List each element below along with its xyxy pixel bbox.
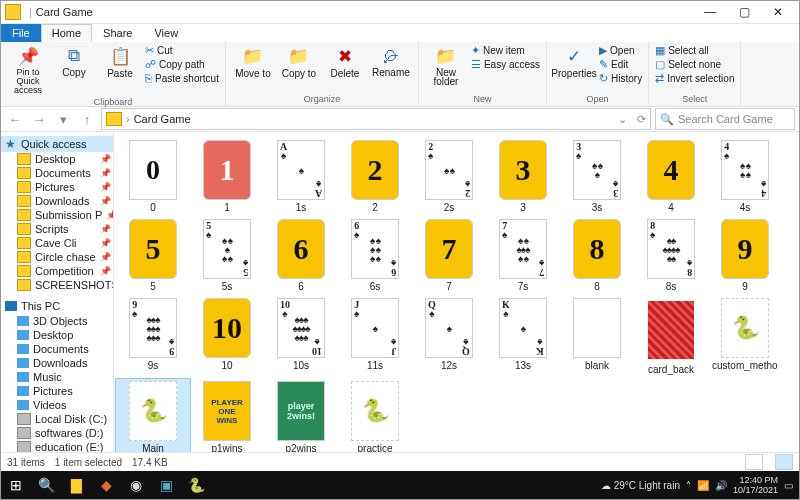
chevron-down-icon[interactable]: ⌄ [618,113,627,126]
new-item-button[interactable]: ✦New item [471,44,540,57]
tray-chevron-up-icon[interactable]: ˄ [686,480,691,491]
sidebar-item[interactable]: 3D Objects [1,314,113,328]
nav-back-button[interactable]: ← [5,109,25,129]
sidebar-item[interactable]: SCREENSHOTS📌 [1,278,113,292]
sidebar-item[interactable]: Pictures📌 [1,180,113,194]
file-item[interactable]: 🐍practice [338,379,412,452]
file-item[interactable]: 2♠♠ ♠2♠2s [412,138,486,215]
this-pc-header[interactable]: This PC [1,298,113,314]
refresh-button[interactable]: ⟳ [637,113,646,126]
paste-button[interactable]: 📋Paste [99,44,141,81]
file-item[interactable]: 66 [264,217,338,294]
taskbar-app-2[interactable]: ▣ [151,471,181,499]
file-item[interactable]: 11 [190,138,264,215]
select-all-button[interactable]: ▦Select all [655,44,734,57]
file-item[interactable]: 1010 [190,296,264,377]
taskbar-python[interactable]: 🐍 [181,471,211,499]
file-item[interactable]: 6♠♠ ♠♠ ♠♠ ♠6♠6s [338,217,412,294]
history-button[interactable]: ↻History [599,72,642,85]
tab-file[interactable]: File [1,24,41,42]
sidebar-item[interactable]: Scripts📌 [1,222,113,236]
file-item[interactable]: 🐍custom_method_test [708,296,782,377]
tab-share[interactable]: Share [92,24,143,42]
file-item[interactable]: 99 [708,217,782,294]
file-item[interactable]: Q♠♠Q♠12s [412,296,486,377]
view-thumbnails-button[interactable] [775,454,793,470]
select-none-button[interactable]: ▢Select none [655,58,734,71]
cut-button[interactable]: ✂Cut [145,44,219,57]
taskbar-app-1[interactable]: ◆ [91,471,121,499]
file-item[interactable]: 33 [486,138,560,215]
tray-notifications-icon[interactable]: ▭ [784,480,793,491]
sidebar-item[interactable]: Circle chase📌 [1,250,113,264]
file-item[interactable]: 9♠♠♠♠♠♠♠♠♠♠9♠9s [116,296,190,377]
search-input[interactable]: 🔍 Search Card Game [655,108,795,130]
paste-shortcut-button[interactable]: ⎘Paste shortcut [145,72,219,84]
tray-volume-icon[interactable]: 🔊 [715,480,727,491]
easy-access-button[interactable]: ☰Easy access [471,58,540,71]
sidebar-item[interactable]: Desktop [1,328,113,342]
sidebar-item[interactable]: education (E:) [1,440,113,452]
maximize-button[interactable]: ▢ [727,2,761,22]
sidebar-item[interactable]: Music [1,370,113,384]
sidebar-item[interactable]: Downloads [1,356,113,370]
sidebar-item[interactable]: Desktop📌 [1,152,113,166]
file-item[interactable]: J♠♠J♠11s [338,296,412,377]
properties-button[interactable]: ✓Properties [553,44,595,81]
file-item[interactable]: 00 [116,138,190,215]
file-item[interactable]: 55 [116,217,190,294]
file-pane[interactable]: 0011A♠♠A♠1s222♠♠ ♠2♠2s333♠♠ ♠♠3♠3s444♠♠ … [114,132,799,452]
tray-network-icon[interactable]: 📶 [697,480,709,491]
sidebar-item[interactable]: Cave Cli📌 [1,236,113,250]
invert-selection-button[interactable]: ⇄Invert selection [655,72,734,85]
sidebar-item[interactable]: Pictures [1,384,113,398]
minimize-button[interactable]: — [693,2,727,22]
weather-widget[interactable]: ☁ 29°C Light rain [601,480,680,491]
open-button[interactable]: ▶Open [599,44,642,57]
tab-view[interactable]: View [143,24,189,42]
taskbar-search[interactable]: 🔍 [31,471,61,499]
nav-up-button[interactable]: ↑ [77,109,97,129]
new-folder-button[interactable]: 📁New folder [425,44,467,88]
rename-button[interactable]: ⌮Rename [370,44,412,80]
file-item[interactable]: 3♠♠ ♠♠3♠3s [560,138,634,215]
sidebar-item[interactable]: Videos [1,398,113,412]
taskbar-clock[interactable]: 12:40 PM 10/17/2021 [733,475,778,495]
file-item[interactable]: K♠♠K♠13s [486,296,560,377]
edit-button[interactable]: ✎Edit [599,58,642,71]
file-item[interactable]: 22 [338,138,412,215]
sidebar-item[interactable]: Documents📌 [1,166,113,180]
breadcrumb[interactable]: › Card Game ⌄ ⟳ [101,108,651,130]
file-item[interactable]: 5♠♠ ♠♠♠ ♠5♠5s [190,217,264,294]
file-item[interactable]: 10♠♠♠♠♠♠♠♠♠♠♠10♠10s [264,296,338,377]
nav-recent-button[interactable]: ▾ [53,109,73,129]
delete-button[interactable]: ✖Delete [324,44,366,81]
file-item[interactable]: 88 [560,217,634,294]
close-button[interactable]: ✕ [761,2,795,22]
sidebar-item[interactable]: Local Disk (C:) [1,412,113,426]
taskbar-chrome[interactable]: ◉ [121,471,151,499]
start-button[interactable]: ⊞ [1,471,31,499]
move-to-button[interactable]: 📁Move to [232,44,274,81]
file-item[interactable]: 44 [634,138,708,215]
sidebar-item[interactable]: softwares (D:) [1,426,113,440]
file-item[interactable]: PLAYERONEWINSp1wins [190,379,264,452]
quick-access-header[interactable]: ★Quick access [1,136,113,152]
nav-forward-button[interactable]: → [29,109,49,129]
file-item[interactable]: 🐍Main [116,379,190,452]
tab-home[interactable]: Home [41,24,92,42]
file-item[interactable]: 77 [412,217,486,294]
copy-button[interactable]: ⧉Copy [53,44,95,80]
pin-quick-access-button[interactable]: 📌Pin to Quick access [7,44,49,97]
sidebar-item[interactable]: Submission P📌 [1,208,113,222]
file-item[interactable]: 4♠♠ ♠♠ ♠4♠4s [708,138,782,215]
file-item[interactable]: blank [560,296,634,377]
copy-to-button[interactable]: 📁Copy to [278,44,320,81]
file-item[interactable]: card_back [634,296,708,377]
file-item[interactable]: player2wins!p2wins [264,379,338,452]
sidebar-item[interactable]: Downloads📌 [1,194,113,208]
sidebar-item[interactable]: Competition📌 [1,264,113,278]
copy-path-button[interactable]: ☍Copy path [145,58,219,71]
taskbar-explorer[interactable]: ▇ [61,471,91,499]
sidebar-item[interactable]: Documents [1,342,113,356]
